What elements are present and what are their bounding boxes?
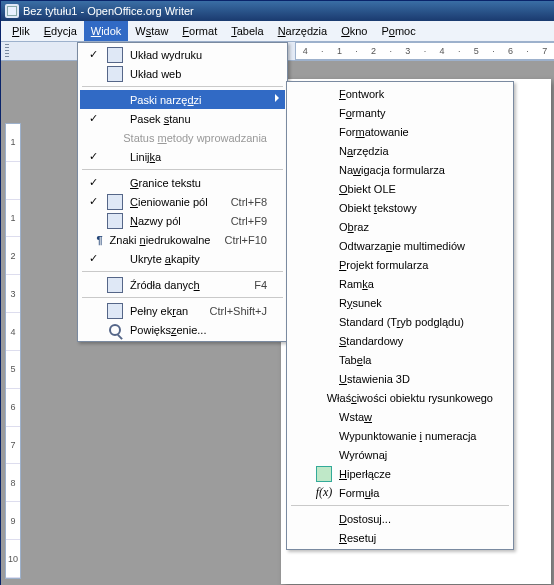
- zoom-icon: [104, 324, 126, 336]
- tb-obiekt-ole[interactable]: Obiekt OLE: [289, 179, 511, 198]
- datasource-icon: [104, 277, 126, 293]
- tb-hiperlacze[interactable]: Hiperłącze: [289, 464, 511, 483]
- separator: [82, 86, 283, 87]
- item-znaki-niedrukowalne[interactable]: ¶ Znaki niedrukowalne Ctrl+F10: [80, 230, 285, 249]
- tb-wyrownaj[interactable]: Wyrównaj: [289, 445, 511, 464]
- item-pasek-stanu[interactable]: Pasek stanu: [80, 109, 285, 128]
- web-icon: [104, 66, 126, 82]
- tb-formula[interactable]: f(x)Formuła: [289, 483, 511, 502]
- item-pelny-ekran[interactable]: Pełny ekran Ctrl+Shift+J: [80, 301, 285, 320]
- item-paski-narzedzi[interactable]: Paski narzędzi: [80, 90, 285, 109]
- fullscreen-icon: [104, 303, 126, 319]
- check-icon: [82, 176, 104, 189]
- check-icon: [82, 195, 104, 208]
- menu-pomoc[interactable]: Pomoc: [374, 21, 422, 41]
- menu-widok[interactable]: Widok: [84, 21, 129, 41]
- hyperlink-icon: [313, 466, 335, 482]
- tb-nawigacja[interactable]: Nawigacja formularza: [289, 160, 511, 179]
- item-zrodla-danych[interactable]: Źródła danych F4: [80, 275, 285, 294]
- check-icon: [82, 48, 104, 61]
- window: Bez tytułu1 - OpenOffice.org Writer Plik…: [0, 0, 554, 585]
- tb-wlasciwosci[interactable]: Właściwości obiektu rysunkowego: [289, 388, 511, 407]
- tb-formanty[interactable]: Formanty: [289, 103, 511, 122]
- tb-wypunktowanie[interactable]: Wypunktowanie i numeracja: [289, 426, 511, 445]
- menubar: Plik Edycja Widok Wstaw Format Tabela Na…: [1, 21, 554, 42]
- layout-icon: [104, 47, 126, 63]
- separator: [82, 297, 283, 298]
- item-status-metody: Status metody wprowadzania: [80, 128, 285, 147]
- tb-fontwork[interactable]: Fontwork: [289, 84, 511, 103]
- item-uklad-wydruku[interactable]: Układ wydruku: [80, 45, 285, 64]
- check-icon: [82, 150, 104, 163]
- tb-obraz[interactable]: Obraz: [289, 217, 511, 236]
- tb-odtwarzanie[interactable]: Odtwarzanie multimediów: [289, 236, 511, 255]
- tb-dostosuj[interactable]: Dostosuj...: [289, 509, 511, 528]
- submenu-paski-narzedzi: Fontwork Formanty Formatowanie Narzędzia…: [286, 81, 514, 550]
- menu-plik[interactable]: Plik: [5, 21, 37, 41]
- item-ukryte-akapity[interactable]: Ukryte akapity: [80, 249, 285, 268]
- app-icon: [5, 4, 19, 18]
- shading-icon: [104, 194, 126, 210]
- vertical-ruler: 1 1 2 3 4 5 6 7 8 9 10: [5, 123, 21, 579]
- titlebar: Bez tytułu1 - OpenOffice.org Writer: [1, 1, 554, 21]
- menu-widok-dropdown: Układ wydruku Układ web Paski narzędzi P…: [77, 42, 288, 342]
- tb-ustawienia-3d[interactable]: Ustawienia 3D: [289, 369, 511, 388]
- tb-standard-podglad[interactable]: Standard (Tryb podglądu): [289, 312, 511, 331]
- item-linijka[interactable]: Linijka: [80, 147, 285, 166]
- item-powiekszenie[interactable]: Powiększenie...: [80, 320, 285, 339]
- horizontal-ruler: 4· 1· 2· 3· 4· 5· 6· 7: [295, 42, 554, 60]
- tb-ramka[interactable]: Ramka: [289, 274, 511, 293]
- separator: [82, 271, 283, 272]
- tb-tabela[interactable]: Tabela: [289, 350, 511, 369]
- menu-tabela[interactable]: Tabela: [224, 21, 270, 41]
- tb-standardowy[interactable]: Standardowy: [289, 331, 511, 350]
- menu-wstaw[interactable]: Wstaw: [128, 21, 175, 41]
- tb-projekt[interactable]: Projekt formularza: [289, 255, 511, 274]
- window-title: Bez tytułu1 - OpenOffice.org Writer: [23, 5, 194, 17]
- separator: [82, 169, 283, 170]
- check-icon: [82, 112, 104, 125]
- tb-wstaw[interactable]: Wstaw: [289, 407, 511, 426]
- tb-resetuj[interactable]: Resetuj: [289, 528, 511, 547]
- tb-narzedzia[interactable]: Narzędzia: [289, 141, 511, 160]
- menu-okno[interactable]: Okno: [334, 21, 374, 41]
- check-icon: [82, 252, 104, 265]
- menu-format[interactable]: Format: [175, 21, 224, 41]
- formula-icon: f(x): [313, 485, 335, 500]
- toolbar-grip[interactable]: [5, 44, 9, 58]
- menu-edycja[interactable]: Edycja: [37, 21, 84, 41]
- tb-formatowanie[interactable]: Formatowanie: [289, 122, 511, 141]
- menu-narzedzia[interactable]: Narzędzia: [271, 21, 335, 41]
- tb-rysunek[interactable]: Rysunek: [289, 293, 511, 312]
- item-granice-tekstu[interactable]: Granice tekstu: [80, 173, 285, 192]
- item-nazwy-pol[interactable]: Nazwy pól Ctrl+F9: [80, 211, 285, 230]
- item-uklad-web[interactable]: Układ web: [80, 64, 285, 83]
- tb-obiekt-tekstowy[interactable]: Obiekt tekstowy: [289, 198, 511, 217]
- submenu-arrow-icon: [275, 94, 279, 102]
- pilcrow-icon: ¶: [94, 234, 106, 246]
- item-cieniowanie-pol[interactable]: Cieniowanie pól Ctrl+F8: [80, 192, 285, 211]
- separator: [291, 505, 509, 506]
- fields-icon: [104, 213, 126, 229]
